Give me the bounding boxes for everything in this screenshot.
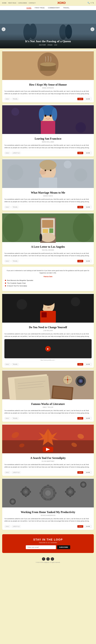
- newsletter-title: STAY IN THE LOOP: [6, 538, 90, 541]
- svg-point-53: [71, 297, 80, 306]
- svg-rect-37: [43, 229, 48, 233]
- newsletter-subscribe-button[interactable]: Subscribe: [57, 545, 70, 549]
- save-button-humor[interactable]: Save: [77, 98, 83, 100]
- article-title-productivity: Working From Home Tanked My Productivity: [5, 510, 91, 514]
- tag-daily-4: Daily: [5, 260, 11, 262]
- article-body-change: Do You Need to Change Yourself Lisa Wils…: [2, 323, 94, 368]
- save-button-productivity[interactable]: Save: [77, 525, 83, 528]
- tag-travel-6: Travel: [11, 417, 19, 420]
- hero-prev-button[interactable]: ‹: [2, 27, 6, 31]
- newsletter-email-input[interactable]: [26, 545, 56, 549]
- promo-list-item-1: Best Memoirs Are Altogether Specialist: [5, 280, 91, 281]
- article-image-humor: [2, 50, 94, 81]
- svg-point-32: [64, 160, 72, 168]
- svg-rect-94: [25, 486, 27, 488]
- save-button-la[interactable]: Save: [77, 260, 83, 262]
- subnav-travel[interactable]: Travel: [63, 7, 69, 9]
- article-author-literature: Emily Taylor: [5, 406, 91, 408]
- share-button-serendipity[interactable]: Share: [84, 471, 91, 474]
- promo-item-text-1: Best Memoirs Are Altogether Specialist: [7, 280, 33, 281]
- svg-point-21: [11, 108, 19, 116]
- social-facebook[interactable]: f: [42, 557, 45, 560]
- video-thumbnail[interactable]: ▶: [5, 339, 91, 358]
- newsletter-subtitle: Subscribe to our newsletter: [6, 542, 90, 544]
- save-button-literature[interactable]: Save: [77, 417, 83, 420]
- nav-contact[interactable]: Contact: [29, 2, 36, 4]
- share-button-change[interactable]: Share: [84, 363, 91, 366]
- subnav-first-page[interactable]: First Page: [35, 7, 45, 9]
- search-icon[interactable]: 🔍: [87, 2, 90, 4]
- svg-point-42: [73, 214, 94, 242]
- subnav-home[interactable]: Home: [27, 7, 31, 9]
- svg-rect-103: [65, 490, 66, 493]
- svg-point-49: [50, 304, 51, 305]
- share-button-humor[interactable]: Share: [84, 98, 91, 100]
- svg-rect-83: [47, 484, 49, 486]
- promo-list-item-2: The Creativity Supply Chain: [5, 282, 91, 284]
- svg-point-107: [82, 484, 84, 486]
- article-author-productivity: Jessica Anderson: [5, 515, 91, 516]
- svg-rect-25: [39, 178, 57, 188]
- svg-point-12: [40, 62, 56, 66]
- play-button[interactable]: ▶: [45, 346, 51, 352]
- article-text-serendipity: I've sometimes asked to see if you can u…: [5, 464, 91, 468]
- article-image-productivity: [2, 478, 94, 508]
- tag-daily-7: Daily: [5, 471, 11, 474]
- social-twitter[interactable]: 𝕏: [46, 557, 50, 560]
- nav-home[interactable]: Home: [2, 2, 7, 4]
- share-button-productivity[interactable]: Share: [84, 525, 91, 528]
- save-button-marriage[interactable]: Save: [77, 206, 83, 208]
- site-footer: f 𝕏 ◻ © 2023 XOXO Magazine. All rights r…: [0, 555, 96, 565]
- tag-travel-5: Travel: [11, 363, 19, 366]
- article-tags-change: Daily Travel: [5, 363, 19, 366]
- save-button-change[interactable]: Save: [77, 363, 83, 366]
- hero-next-button[interactable]: ›: [90, 27, 94, 31]
- article-actions-marriage: Save Share: [77, 206, 91, 208]
- nav-categories[interactable]: Categories: [18, 2, 27, 4]
- social-icons: f 𝕏 ◻: [2, 557, 94, 560]
- social-instagram[interactable]: ◻: [51, 557, 54, 560]
- hero-tag-2: Love: [54, 44, 57, 46]
- article-footer-literature: Daily Travel Save Share: [5, 416, 91, 420]
- tag-travel-4: Travel: [11, 260, 19, 262]
- svg-point-110: [12, 500, 14, 502]
- article-title-sf: Leaving San Francisco: [5, 137, 91, 140]
- subnav-commentary[interactable]: Commentary: [48, 7, 60, 9]
- article-actions-change: Save Share: [77, 363, 91, 366]
- social-icon-tw[interactable]: 𝕏: [92, 2, 94, 4]
- article-image-marriage: [2, 158, 94, 189]
- svg-point-29: [50, 170, 51, 171]
- svg-point-17: [39, 108, 44, 121]
- article-author-humor: Anna Johnson: [5, 87, 91, 89]
- article-text-productivity: I've sometimes asked to see if you can u…: [5, 518, 91, 522]
- article-actions-sf: Save Share: [77, 152, 91, 154]
- share-button-marriage[interactable]: Share: [84, 206, 91, 208]
- promo-card: If you are in retirement or are looking …: [2, 267, 94, 291]
- article-author-sf: Maria Williams: [5, 141, 91, 143]
- svg-rect-36: [42, 220, 53, 228]
- social-icon-fb[interactable]: f: [91, 2, 91, 4]
- share-button-la[interactable]: Share: [84, 260, 91, 262]
- article-footer-sf: Daily Lifestyle Save Share: [5, 150, 91, 154]
- article-actions-literature: Save Share: [77, 417, 91, 420]
- promo-list-item-3: A Search Tool For Serendipity: [5, 285, 91, 287]
- svg-point-52: [17, 299, 27, 310]
- svg-rect-84: [47, 498, 49, 500]
- article-card-literature: Famous Works of Literature Emily Taylor …: [2, 370, 94, 422]
- save-button-sf[interactable]: Save: [77, 152, 83, 154]
- svg-rect-6: [0, 10, 96, 24]
- article-title-la: A Love Letter to Los Angeles: [5, 245, 91, 248]
- share-button-literature[interactable]: Share: [84, 417, 91, 420]
- article-author-marriage: Sarah Davis: [5, 195, 91, 197]
- article-text-change: I've sometimes asked to see if you can u…: [5, 333, 91, 338]
- article-image-sf: [2, 104, 94, 135]
- promo-dot-3: [5, 285, 6, 286]
- save-button-serendipity[interactable]: Save: [77, 471, 83, 474]
- promo-item-text-2: The Creativity Supply Chain: [7, 282, 26, 284]
- share-button-sf[interactable]: Share: [84, 152, 91, 154]
- svg-point-39: [41, 233, 55, 242]
- promo-author: Patricia Clark: [5, 276, 91, 277]
- svg-point-40: [40, 234, 42, 242]
- article-body-humor: How I Kept My Sense of Humor Anna Johnso…: [2, 81, 94, 102]
- nav-first-page[interactable]: First Page: [8, 2, 16, 4]
